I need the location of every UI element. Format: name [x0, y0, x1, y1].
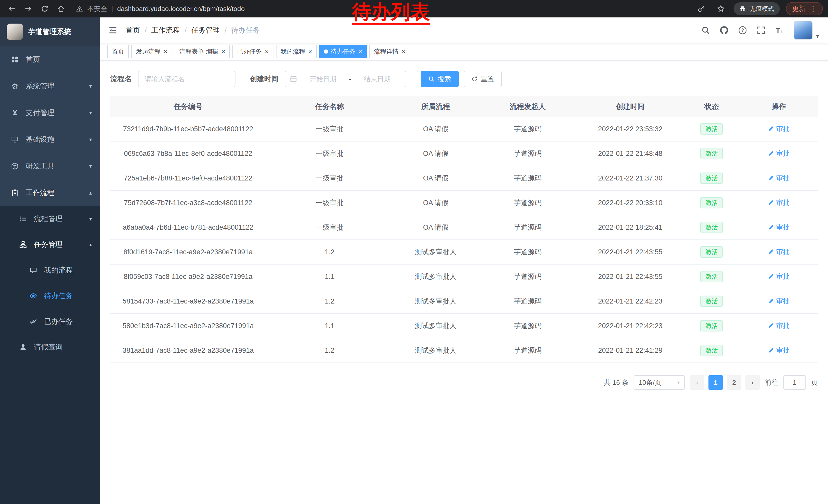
page-button-1[interactable]: 1: [708, 375, 723, 390]
back-icon[interactable]: [5, 2, 18, 15]
close-icon[interactable]: ×: [164, 48, 167, 55]
logo-image: [7, 24, 23, 40]
reload-icon[interactable]: [38, 2, 51, 15]
bookmark-star-icon[interactable]: [714, 2, 728, 15]
menu-dots-icon[interactable]: ⋮: [810, 5, 817, 13]
password-key-icon[interactable]: [695, 2, 708, 15]
fullscreen-icon[interactable]: [757, 26, 765, 35]
search-button[interactable]: 搜索: [421, 71, 459, 87]
sidebar-toggle-icon[interactable]: [108, 26, 118, 35]
sidebar-item-workflow[interactable]: 工作流程 ▴: [0, 179, 100, 206]
prev-page-button[interactable]: ‹: [690, 375, 704, 390]
chevron-up-icon: ▴: [89, 190, 92, 196]
tab-done-task[interactable]: 已办任务×: [233, 45, 273, 58]
search-form: 流程名 创建时间 开始日期 - 结束日期 搜索: [110, 71, 818, 87]
sidebar-item-payment[interactable]: ¥ 支付管理 ▾: [0, 99, 100, 126]
cell-task-id: a6aba0a4-7b6d-11ec-b781-acde48001122: [110, 224, 266, 231]
sidebar-item-infra[interactable]: 基础设施 ▾: [0, 126, 100, 153]
goto-page-input[interactable]: [783, 375, 806, 390]
page-size-select[interactable]: 10条/页 ▾: [633, 375, 685, 390]
tab-todo-task[interactable]: 待办任务×: [319, 45, 367, 58]
sidebar-item-devtools[interactable]: 研发工具 ▾: [0, 153, 100, 179]
menu-label: 我的流程: [44, 265, 73, 275]
approve-link[interactable]: 审批: [768, 174, 790, 183]
sidebar-item-system[interactable]: ⚙ 系统管理 ▾: [0, 73, 100, 99]
edit-icon: [768, 322, 774, 329]
caret-down-icon: ▾: [677, 379, 680, 385]
forward-icon[interactable]: [22, 2, 35, 15]
github-icon[interactable]: [720, 26, 729, 35]
navbar: 首页 / 工作流程 / 任务管理 / 待办任务 ? TT ▼: [100, 17, 828, 43]
update-button[interactable]: 更新 ⋮: [786, 2, 823, 15]
close-icon[interactable]: ×: [308, 48, 312, 55]
home-icon[interactable]: [54, 2, 68, 15]
chrome-toolbar-right: 无痕模式 更新 ⋮: [695, 2, 823, 15]
breadcrumb-task-mgmt[interactable]: 任务管理: [191, 26, 220, 35]
tab-start-process[interactable]: 发起流程×: [131, 45, 172, 58]
tab-form-edit[interactable]: 流程表单-编辑×: [175, 45, 230, 58]
table-row: 580e1b3d-7ac8-11ec-a9e2-a2380e71991a 1.1…: [110, 314, 818, 338]
approve-link[interactable]: 审批: [768, 346, 790, 355]
breadcrumb-workflow[interactable]: 工作流程: [151, 26, 180, 35]
approve-link[interactable]: 审批: [768, 223, 790, 232]
page-button-2[interactable]: 2: [727, 375, 741, 390]
sidebar-item-task-mgmt[interactable]: 任务管理 ▴: [0, 232, 100, 258]
cell-task-id: 73211d9d-7b9b-11ec-b5b7-acde48001122: [110, 125, 266, 133]
approve-link[interactable]: 审批: [768, 247, 790, 256]
sidebar-item-leave-query[interactable]: 请假查询: [0, 334, 100, 360]
message-icon: [29, 266, 38, 274]
tab-home[interactable]: 首页: [107, 45, 129, 58]
menu-label: 研发工具: [26, 161, 54, 171]
approve-link[interactable]: 审批: [768, 149, 790, 158]
close-icon[interactable]: ×: [221, 48, 225, 55]
close-icon[interactable]: ×: [402, 48, 406, 55]
edit-icon: [768, 298, 774, 304]
edit-icon: [768, 273, 774, 279]
edit-icon: [768, 126, 774, 132]
font-size-icon[interactable]: TT: [775, 26, 784, 35]
table-row: 58154733-7ac8-11ec-a9e2-a2380e71991a 1.2…: [110, 289, 818, 314]
menu-label: 首页: [26, 55, 40, 64]
close-icon[interactable]: ×: [265, 48, 268, 55]
user-avatar[interactable]: ▼: [794, 21, 820, 40]
reset-button[interactable]: 重置: [464, 71, 502, 87]
cell-created-time: 2022-01-21 22:43:55: [577, 273, 683, 281]
approve-link[interactable]: 审批: [768, 124, 790, 133]
sidebar-item-done-task[interactable]: 已办任务: [0, 309, 100, 334]
menu-label: 基础设施: [26, 135, 54, 144]
approve-link[interactable]: 审批: [768, 296, 790, 306]
approve-link[interactable]: 审批: [768, 321, 790, 330]
cell-task-id: 725a1eb6-7b88-11ec-8ef0-acde48001122: [110, 174, 266, 182]
breadcrumb-home[interactable]: 首页: [126, 26, 140, 35]
sidebar-item-my-process[interactable]: 我的流程: [0, 258, 100, 283]
search-icon[interactable]: [701, 26, 710, 35]
date-range-picker[interactable]: 开始日期 - 结束日期: [285, 71, 406, 87]
next-page-button[interactable]: ›: [745, 375, 760, 390]
menu-label: 任务管理: [34, 240, 63, 249]
tab-my-process[interactable]: 我的流程×: [276, 45, 317, 58]
sidebar-logo[interactable]: 芋道管理系统: [0, 17, 100, 46]
sidebar-item-todo-task[interactable]: 待办任务: [0, 283, 100, 309]
annotation-overlay: 待办列表: [352, 1, 430, 25]
chevron-down-icon: ▾: [89, 163, 92, 169]
approve-link[interactable]: 审批: [768, 272, 790, 281]
cell-status: 激活: [683, 148, 740, 159]
sidebar-item-process-mgmt[interactable]: 流程管理 ▾: [0, 206, 100, 232]
table-row: 73211d9d-7b9b-11ec-b5b7-acde48001122 一级审…: [110, 117, 818, 141]
task-table: 任务编号 任务名称 所属流程 流程发起人 创建时间 状态 操作 73211d9d…: [110, 96, 818, 363]
help-icon[interactable]: ?: [738, 26, 747, 35]
svg-text:?: ?: [741, 28, 744, 33]
tab-process-detail[interactable]: 流程详情×: [369, 45, 410, 58]
close-icon[interactable]: ×: [358, 48, 362, 55]
process-name-input[interactable]: [138, 71, 236, 87]
cell-starter: 芋道源码: [478, 198, 577, 208]
incognito-badge: 无痕模式: [734, 2, 780, 15]
cell-status: 激活: [683, 345, 740, 356]
sidebar-item-home[interactable]: 首页: [0, 46, 100, 73]
sidebar-filler: [0, 360, 100, 504]
cell-process: OA 请假: [393, 124, 478, 134]
column-status: 状态: [683, 102, 740, 111]
url-text: dashboard.yudao.iocoder.cn/bpm/task/todo: [117, 5, 245, 13]
approve-link[interactable]: 审批: [768, 198, 790, 207]
column-actions: 操作: [740, 102, 818, 111]
